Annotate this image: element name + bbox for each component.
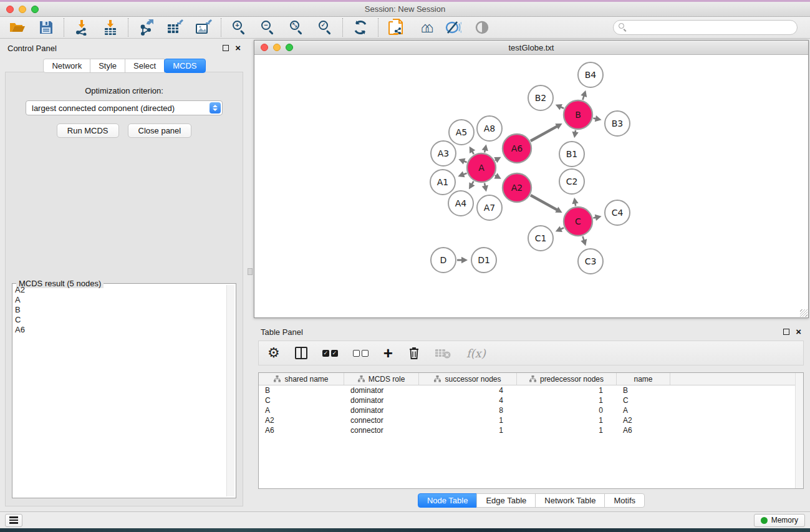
table-cell[interactable]: 1 — [517, 425, 617, 435]
table-cell[interactable]: A6 — [259, 425, 344, 435]
table-cell[interactable]: dominator — [344, 385, 419, 395]
network-window-title: testGlobe.txt — [254, 43, 808, 52]
table-cell[interactable]: 1 — [517, 415, 617, 425]
import-network-icon[interactable] — [73, 19, 90, 36]
table-cell[interactable]: dominator — [344, 395, 419, 405]
edge-arrowhead — [482, 144, 488, 151]
mcds-result-list[interactable]: A2ABCA6 — [14, 285, 226, 496]
result-item[interactable]: A — [14, 295, 226, 305]
table-cell[interactable]: A — [259, 405, 344, 415]
split-divider-handle[interactable] — [248, 268, 253, 275]
select-all-icon[interactable]: ✓✓ — [322, 350, 338, 357]
table-row[interactable]: A6connector11A6 — [259, 425, 803, 435]
deselect-all-icon[interactable] — [353, 350, 369, 357]
float-table-panel-icon[interactable] — [783, 329, 789, 335]
open-session-icon[interactable] — [9, 19, 26, 36]
add-column-icon[interactable]: + — [383, 347, 393, 359]
table-row[interactable]: Bdominator41B — [259, 385, 803, 395]
tab-mcds[interactable]: MCDS — [164, 59, 205, 73]
tab-network-table[interactable]: Network Table — [535, 493, 605, 508]
tab-style[interactable]: Style — [90, 59, 125, 73]
table-cell[interactable]: C — [617, 395, 670, 405]
table-cell[interactable]: 4 — [419, 385, 517, 395]
home-icon[interactable]: ⌂⌂ — [416, 19, 433, 36]
network-canvas[interactable]: B4B2BB3A5A8A6B1A3AC2A1A2A4A7C4CC1C3DD1 — [254, 55, 808, 317]
export-table-icon[interactable] — [166, 19, 183, 36]
table-cell[interactable]: dominator — [344, 405, 419, 415]
save-session-icon[interactable] — [37, 19, 55, 36]
table-cell[interactable]: C — [259, 395, 344, 405]
node-table: shared nameMCDS rolesuccessor nodesprede… — [258, 372, 804, 489]
table-cell[interactable]: 1 — [517, 385, 617, 395]
delete-column-icon[interactable] — [408, 346, 420, 360]
zoom-in-icon[interactable]: + — [230, 19, 248, 36]
column-header-MCDS-role[interactable]: MCDS role — [344, 373, 419, 385]
column-type-icon — [434, 375, 441, 382]
table-cell[interactable]: 0 — [517, 405, 617, 415]
zoom-out-icon[interactable]: − — [259, 19, 276, 36]
network-window-titlebar[interactable]: testGlobe.txt — [254, 41, 808, 55]
close-table-panel-icon[interactable]: × — [796, 329, 801, 335]
table-cell[interactable]: connector — [344, 415, 419, 425]
criterion-select[interactable]: largest connected component (directed) — [26, 100, 223, 115]
table-cell[interactable]: A — [617, 405, 670, 415]
delete-table-icon — [435, 347, 451, 359]
tab-edge-table[interactable]: Edge Table — [476, 493, 536, 508]
table-cell[interactable]: connector — [344, 425, 419, 435]
close-panel-icon[interactable]: × — [235, 45, 241, 51]
column-type-icon — [529, 375, 536, 382]
run-mcds-button[interactable]: Run MCDS — [57, 123, 119, 138]
export-network-icon[interactable] — [137, 19, 155, 36]
eye-icon[interactable] — [473, 19, 491, 36]
zoom-fit-icon[interactable]: ⤡ — [287, 19, 305, 36]
table-cell[interactable]: 4 — [419, 395, 517, 405]
table-cell[interactable]: B — [617, 385, 670, 395]
table-cell[interactable]: A6 — [617, 425, 670, 435]
table-settings-icon[interactable]: ⚙ — [268, 346, 280, 360]
table-body: Bdominator41BCdominator41CAdominator80AA… — [259, 385, 803, 435]
search-field[interactable] — [613, 20, 798, 35]
network-graph[interactable]: B4B2BB3A5A8A6B1A3AC2A1A2A4A7C4CC1C3DD1 — [254, 55, 808, 317]
float-panel-icon[interactable] — [223, 45, 229, 51]
export-image-icon[interactable] — [195, 19, 212, 36]
memory-button[interactable]: Memory — [754, 514, 805, 527]
result-scrollbar[interactable] — [226, 285, 234, 496]
result-item[interactable]: A6 — [14, 325, 226, 335]
window-resize-grip[interactable] — [800, 309, 808, 317]
table-row[interactable]: Adominator80A — [259, 405, 803, 415]
result-item[interactable]: C — [14, 315, 226, 325]
table-cell[interactable]: 8 — [419, 405, 517, 415]
column-header-predecessor-nodes[interactable]: predecessor nodes — [517, 373, 617, 385]
tab-network[interactable]: Network — [43, 59, 90, 73]
table-scrollbar[interactable] — [795, 373, 803, 488]
result-item[interactable]: A2 — [14, 285, 226, 295]
edge-A2-C[interactable] — [531, 195, 558, 210]
table-cell[interactable]: 1 — [517, 395, 617, 405]
column-visibility-icon[interactable] — [295, 347, 307, 359]
task-history-button[interactable] — [5, 514, 22, 527]
table-row[interactable]: Cdominator41C — [259, 395, 803, 405]
node-label-B3: B3 — [612, 118, 624, 128]
zoom-selected-icon[interactable]: ✓ — [316, 19, 334, 36]
table-row[interactable]: A2connector11A2 — [259, 415, 803, 425]
edge-A6-B[interactable] — [531, 126, 558, 141]
close-panel-button[interactable]: Close panel — [128, 123, 192, 138]
tab-motifs[interactable]: Motifs — [604, 493, 645, 508]
table-cell[interactable]: 1 — [419, 415, 517, 425]
result-item[interactable]: B — [14, 305, 226, 315]
table-cell[interactable]: A2 — [617, 415, 670, 425]
duplicate-network-icon[interactable] — [387, 19, 405, 36]
import-table-icon[interactable] — [102, 19, 119, 36]
refresh-icon[interactable] — [352, 19, 369, 36]
tab-select[interactable]: Select — [125, 59, 165, 73]
column-header-shared-name[interactable]: shared name — [259, 373, 344, 385]
search-input[interactable] — [627, 22, 797, 33]
table-cell[interactable]: 1 — [419, 425, 517, 435]
table-cell[interactable]: B — [259, 385, 344, 395]
hide-details-icon[interactable] — [445, 19, 462, 36]
table-cell[interactable]: A2 — [259, 415, 344, 425]
node-label-C1: C1 — [535, 233, 547, 243]
column-header-name[interactable]: name — [617, 373, 670, 385]
column-header-successor-nodes[interactable]: successor nodes — [419, 373, 517, 385]
tab-node-table[interactable]: Node Table — [418, 493, 478, 508]
